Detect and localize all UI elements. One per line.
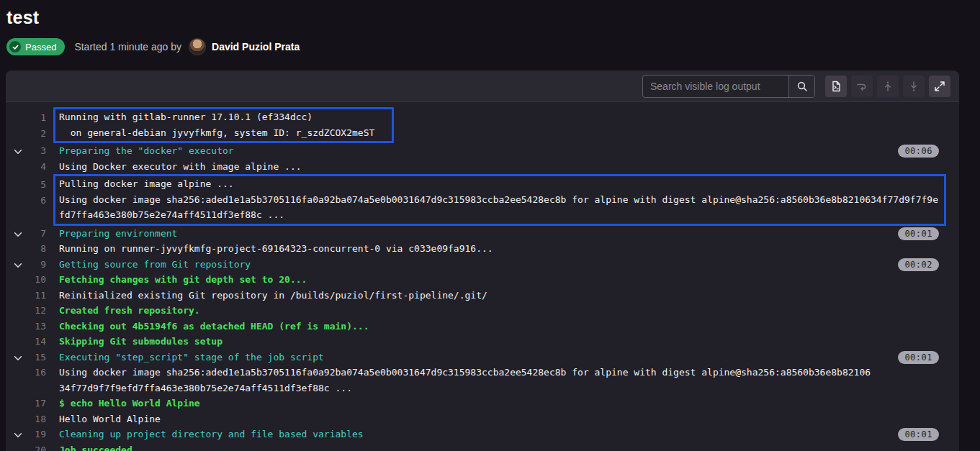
magnifier-icon xyxy=(796,81,808,92)
log-gutter: 9 xyxy=(6,257,46,273)
fullscreen-button[interactable] xyxy=(929,76,950,97)
chevron-down-icon[interactable] xyxy=(13,429,24,441)
log-gutter: 17 xyxy=(6,396,46,411)
toolbar-buttons xyxy=(825,76,950,97)
log-line-number[interactable]: 2 xyxy=(6,126,46,142)
log-line-text: Pulling docker image alpine ... xyxy=(59,176,938,192)
arrow-down-bar-icon xyxy=(908,81,920,92)
status-row: Passed Started 1 minute ago by David Puz… xyxy=(6,38,980,55)
job-log-panel: 12Running with gitlab-runner 17.10.1 (ef… xyxy=(6,70,959,451)
log-line-number[interactable]: 15 xyxy=(6,350,46,365)
chevron-down-icon[interactable] xyxy=(13,146,24,158)
log-line-number[interactable]: 20 xyxy=(6,442,46,451)
log-line-number[interactable]: 1 xyxy=(6,110,46,126)
log-line: 16Using docker image sha256:aded1e1a5b37… xyxy=(6,365,959,396)
log-gutter: 4 xyxy=(6,159,46,175)
log-line-number[interactable]: 9 xyxy=(6,257,46,273)
log-line-text: Job succeeded xyxy=(59,442,876,451)
log-line: 9Getting source from Git repository00:02 xyxy=(6,257,959,273)
log-line-number[interactable]: 17 xyxy=(6,396,46,411)
log-gutter: 56 xyxy=(6,174,46,208)
page-title: test xyxy=(6,7,980,28)
log-line-text: Using Docker executor with image alpine … xyxy=(59,159,876,175)
section-duration-badge: 00:01 xyxy=(898,428,939,441)
log-line-text: Preparing the "docker" executor xyxy=(59,143,876,159)
log-search-group xyxy=(642,75,815,98)
wrap-arrow-icon xyxy=(856,81,868,92)
log-toolbar xyxy=(6,70,959,102)
log-line-text: on general-debian jyvyfkmfg, system ID: … xyxy=(59,125,374,141)
log-line-text: Running with gitlab-runner 17.10.1 (ef33… xyxy=(59,109,374,125)
status-badge[interactable]: Passed xyxy=(6,38,65,55)
log-gutter: 12 xyxy=(6,303,46,319)
expand-icon xyxy=(934,81,945,92)
log-line-text: Checking out 4b5194f6 as detached HEAD (… xyxy=(59,319,876,334)
log-line-number[interactable]: 13 xyxy=(6,319,46,334)
log-line-number[interactable]: 3 xyxy=(6,143,46,159)
log-line-number[interactable]: 5 xyxy=(6,177,46,193)
log-line: 15Executing "step_script" stage of the j… xyxy=(6,350,959,365)
log-line-text: Using docker image sha256:aded1e1a5b3705… xyxy=(59,365,876,396)
log-gutter: 12 xyxy=(6,107,46,141)
log-line: 20Job succeeded xyxy=(6,442,959,451)
log-line-number[interactable]: 18 xyxy=(6,411,46,427)
log-gutter: 3 xyxy=(6,143,46,159)
log-gutter: 13 xyxy=(6,319,46,334)
log-line-text: Running on runner-jyvyfkmfg-project-6916… xyxy=(59,241,876,257)
log-line-text: Preparing environment xyxy=(59,226,876,242)
log-line: 13Checking out 4b5194f6 as detached HEAD… xyxy=(6,319,959,334)
log-gutter: 15 xyxy=(6,350,46,365)
log-gutter: 10 xyxy=(6,272,46,288)
job-header: test Passed Started 1 minute ago by Davi… xyxy=(0,0,980,55)
log-line: 17$ echo Hello World Alpine xyxy=(6,396,959,411)
highlight-border-box: Pulling docker image alpine ...Using doc… xyxy=(53,174,946,226)
log-gutter: 8 xyxy=(6,241,46,257)
log-line-number[interactable]: 12 xyxy=(6,303,46,319)
chevron-down-icon[interactable] xyxy=(13,260,24,271)
log-line: 19Cleaning up project directory and file… xyxy=(6,427,959,442)
chevron-down-icon[interactable] xyxy=(13,352,24,364)
status-badge-label: Passed xyxy=(25,42,56,53)
log-line: 12Created fresh repository. xyxy=(6,303,959,319)
log-line-number[interactable]: 4 xyxy=(6,159,46,175)
log-line: 4Using Docker executor with image alpine… xyxy=(6,159,959,175)
log-line: 11Reinitialized existing Git repository … xyxy=(6,288,959,304)
log-line-text: Hello World Alpine xyxy=(59,411,876,427)
log-line-text: Using docker image sha256:aded1e1a5b3705… xyxy=(59,192,938,223)
log-line-text: Created fresh repository. xyxy=(59,303,876,319)
log-line: 10Fetching changes with git depth set to… xyxy=(6,272,959,288)
search-input[interactable] xyxy=(643,76,788,97)
log-line-number[interactable]: 6 xyxy=(6,193,46,209)
log-line-number[interactable]: 10 xyxy=(6,272,46,288)
section-duration-badge: 00:01 xyxy=(898,227,939,240)
log-line-number[interactable]: 14 xyxy=(6,334,46,350)
log-line-text: Executing "step_script" stage of the job… xyxy=(59,350,876,365)
scroll-to-failure-button xyxy=(851,76,873,97)
section-duration-badge: 00:01 xyxy=(898,351,939,364)
log-line-number[interactable]: 16 xyxy=(6,365,46,381)
log-gutter: 7 xyxy=(6,226,46,242)
section-duration-badge: 00:02 xyxy=(898,258,939,271)
log-line-number[interactable]: 7 xyxy=(6,226,46,242)
log-line-number[interactable]: 8 xyxy=(6,241,46,257)
log-gutter: 19 xyxy=(6,427,46,442)
started-text: Started 1 minute ago by xyxy=(74,41,181,53)
log-line-text: Getting source from Git repository xyxy=(59,257,876,273)
log-line: 8Running on runner-jyvyfkmfg-project-691… xyxy=(6,241,959,257)
log-line-number[interactable]: 19 xyxy=(6,427,46,442)
user-name-link[interactable]: David Puziol Prata xyxy=(212,41,300,53)
avatar[interactable] xyxy=(189,38,206,55)
search-button[interactable] xyxy=(788,76,814,97)
log-line-number[interactable]: 11 xyxy=(6,288,46,304)
highlighted-log-line-group: 12Running with gitlab-runner 17.10.1 (ef… xyxy=(6,107,959,143)
log-line: 14Skipping Git submodules setup xyxy=(6,334,959,350)
chevron-down-icon[interactable] xyxy=(13,229,24,240)
log-gutter: 14 xyxy=(6,334,46,350)
log-gutter: 18 xyxy=(6,411,46,427)
show-raw-log-button[interactable] xyxy=(825,76,847,97)
log-line: 18Hello World Alpine xyxy=(6,411,959,427)
log-line-text: Cleaning up project directory and file b… xyxy=(59,427,876,442)
arrow-up-bar-icon xyxy=(882,81,894,92)
log-line: 3Preparing the "docker" executor00:06 xyxy=(6,143,959,159)
scroll-to-top-button xyxy=(877,76,899,97)
